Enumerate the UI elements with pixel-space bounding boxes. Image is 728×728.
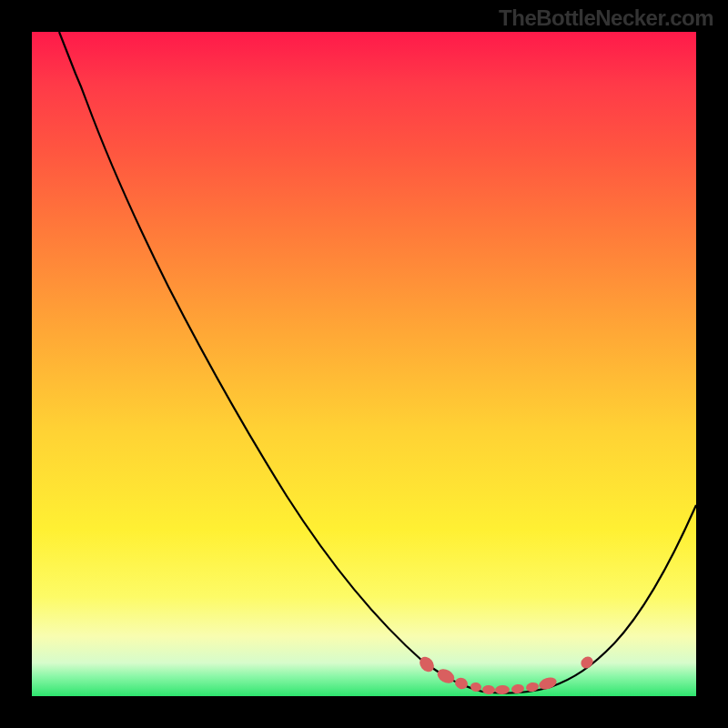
- marker-dot: [525, 682, 540, 693]
- marker-dot: [482, 685, 496, 695]
- marker-dot: [435, 666, 457, 686]
- marker-dot: [417, 654, 437, 675]
- marker-dot: [511, 683, 524, 694]
- marker-dot: [470, 682, 482, 693]
- marker-dot: [538, 675, 559, 692]
- marker-dot: [495, 685, 511, 695]
- optimal-zone-markers: [417, 654, 595, 695]
- marker-dot: [579, 654, 595, 671]
- markers-svg: [32, 32, 696, 696]
- watermark-text: TheBottleNecker.com: [499, 5, 713, 31]
- chart-frame: TheBottleNecker.com: [0, 0, 728, 728]
- plot-area: [32, 32, 696, 696]
- marker-dot: [453, 676, 469, 691]
